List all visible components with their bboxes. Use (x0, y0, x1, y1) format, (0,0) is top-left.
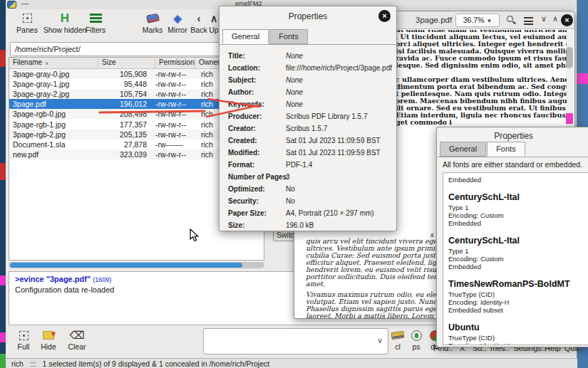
font-encoding: Encoding: Identity-H (448, 298, 588, 306)
show-hidden-button[interactable]: H Show hidden (43, 11, 87, 34)
tab-fonts[interactable]: Fonts (487, 142, 525, 157)
property-label: Subject: (228, 76, 256, 84)
chevron-down-icon[interactable]: ∨ (541, 14, 547, 23)
font-embedding: Embedded subset (448, 306, 588, 314)
ps-button[interactable]: ps (408, 328, 425, 351)
property-label: Author: (228, 88, 254, 96)
screen: — emelFM2 Panes H Show hidden Filters Ma… (0, 0, 588, 368)
font-list[interactable]: Embedded CenturySchL-Ital Type 1 Encodin… (443, 172, 588, 345)
file-permissions: -rw-rw-r-- (155, 110, 195, 118)
properties-dialog-fonts: Properties General Fonts All fonts are e… (436, 127, 588, 347)
header-permissions[interactable]: Permissions (155, 58, 195, 68)
file-name: 3page-rgb-1.jpg (9, 120, 98, 129)
property-value: Sat 01 Jul 2023 11:09:59 BST (286, 137, 381, 144)
property-label: Created: (228, 137, 257, 144)
pdf-line: laoreet. Morbi a mattis libero. Lorem ip… (306, 312, 445, 320)
property-row: Optimized: No (220, 184, 396, 196)
dialog-title: Properties (220, 11, 396, 21)
property-value: file:///home/rich/Project/3page.pdf (286, 64, 392, 72)
file-name: Document-1.sla (9, 140, 98, 149)
font-encoding: Encoding: Custom (448, 255, 588, 263)
property-row: Security: No (220, 196, 396, 208)
property-row: Size: 196.0 kB (220, 220, 396, 232)
property-row: Modified: Sat 01 Jul 2023 11:09:59 BST (220, 147, 396, 159)
file-name: new.pdf (9, 150, 98, 159)
font-type: Type 1 (448, 204, 588, 211)
clear-button[interactable]: ⌫ Clear (64, 328, 90, 351)
filters-button[interactable]: Filters (81, 11, 110, 34)
property-value: None (286, 100, 303, 108)
property-label: Location: (228, 64, 260, 72)
file-size: 95,448 (98, 80, 155, 88)
file-size: 177,357 (98, 120, 155, 129)
chevron-down-icon: ▼ (486, 18, 492, 24)
tab-general[interactable]: General (440, 142, 486, 157)
full-button[interactable]: Full (13, 328, 34, 351)
desktop-magenta-marker (577, 73, 588, 84)
font-entry: Ubuntu TrueType (CID) Encoding: Identity… (448, 322, 588, 345)
file-size: 196,012 (98, 100, 155, 108)
file-size: 105,754 (98, 90, 155, 98)
pdf-scrollbar-thumb[interactable] (566, 47, 573, 68)
property-row: Location: file:///home/rich/Project/3pag… (220, 63, 396, 75)
property-label: Keywords: (228, 100, 264, 108)
panes-button[interactable]: Panes (13, 11, 41, 34)
property-row: Author: None (220, 87, 396, 99)
zoom-control[interactable]: 36.7%▼ (455, 14, 500, 27)
header-filename[interactable]: Filename∨ (9, 58, 98, 68)
close-icon[interactable]: × (561, 14, 573, 26)
pdf-title: 3page.pdf (416, 16, 452, 24)
marks-button[interactable]: Marks (138, 11, 167, 34)
property-label: Paper Size: (228, 209, 267, 217)
file-permissions: -rw-rw-r-- (155, 100, 195, 108)
property-value: None (286, 52, 303, 60)
chevron-up-icon[interactable]: ∧ (552, 14, 558, 23)
status-bar: rich ::: 1 selected item(s) of 9 display… (6, 358, 577, 368)
edge-red-segment (0, 50, 6, 67)
search-icon[interactable] (507, 16, 513, 22)
dialog-title: Properties (437, 131, 588, 141)
font-name: TimesNewRomanPS-BoldMT (448, 279, 588, 289)
cl-button[interactable]: cl (389, 328, 406, 351)
edge-green-segment (0, 354, 6, 368)
file-permissions: -rw-rw-r-- (155, 120, 195, 129)
status-user: rich (11, 359, 24, 368)
marks-icon (146, 13, 160, 23)
scrollbar-thumb[interactable] (10, 263, 242, 268)
font-entry: CenturySchL-Ital Type 1 Encoding: Custom… (448, 236, 588, 270)
up-icon: ∧ (210, 14, 217, 23)
mirror-button[interactable]: ◈ Mirror (163, 11, 192, 34)
property-label: Format: (228, 161, 254, 169)
font-encoding: Encoding: Identity-H (448, 342, 588, 345)
property-row: Number of Pages: 3 (220, 172, 396, 184)
clear-icon: ⌫ (69, 329, 84, 342)
edge-red-segment (0, 163, 6, 180)
font-name: CenturySchL-Ital (448, 236, 588, 246)
properties-dialog-general: Properties × General Fonts Title: None L… (219, 6, 397, 231)
font-type: TrueType (CID) (448, 290, 588, 298)
back-icon: ‹ (197, 14, 201, 23)
chevron-down-icon[interactable]: ∨ (377, 336, 383, 345)
close-icon[interactable]: × (378, 10, 391, 22)
property-value: No (286, 197, 295, 205)
ps-icon (411, 330, 422, 341)
tab-general[interactable]: General (222, 29, 269, 44)
pdf-line: get commodo i (396, 119, 567, 126)
header-size[interactable]: Size (98, 58, 155, 68)
edge-magenta-segment (0, 275, 6, 285)
file-name: 3page-gray-2.jpg (9, 90, 98, 98)
property-row: Created: Sat 01 Jul 2023 11:09:59 BST (220, 135, 396, 147)
edge-magenta-segment (0, 332, 6, 342)
command-input[interactable]: ∨ (203, 328, 388, 354)
pdf-line: porttitor sollicitudin. Duis eleifend te… (306, 273, 445, 280)
property-label: Security: (228, 197, 259, 205)
font-entry: TimesNewRomanPS-BoldMT TrueType (CID) En… (448, 279, 588, 314)
property-value: Sat 01 Jul 2023 11:09:59 BST (286, 149, 381, 157)
property-label: Producer: (228, 112, 262, 120)
tab-fonts[interactable]: Fonts (269, 29, 308, 44)
hamburger-menu-icon[interactable] (524, 17, 533, 27)
font-list-partial-line: Embedded (448, 176, 588, 184)
property-value: Scribus PDF Library 1.5.7 (286, 112, 368, 120)
hide-button[interactable]: Hide (37, 328, 60, 351)
pane-horizontal-scrollbar[interactable] (9, 262, 264, 268)
